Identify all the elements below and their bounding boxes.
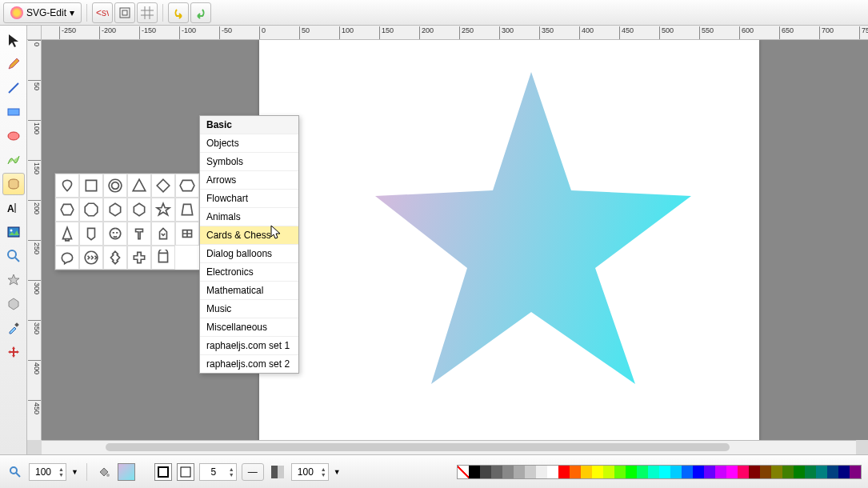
shape-menu-item[interactable]: Flowchart	[200, 190, 298, 208]
shape-cell-19[interactable]	[79, 246, 103, 270]
palette-swatch[interactable]	[558, 466, 570, 478]
palette-swatch[interactable]	[637, 466, 648, 478]
palette-swatch[interactable]	[794, 466, 805, 478]
shape-cell-8[interactable]	[103, 198, 127, 222]
app-menu-button[interactable]: SVG-Edit ▾	[3, 2, 82, 23]
palette-swatch[interactable]	[603, 466, 614, 478]
shape-cell-4[interactable]	[151, 174, 175, 198]
eyedropper-tool[interactable]	[2, 317, 25, 339]
path-tool[interactable]	[2, 149, 25, 171]
palette-swatch[interactable]	[827, 466, 838, 478]
palette-swatch-none[interactable]	[458, 466, 469, 478]
palette-swatch[interactable]	[738, 466, 749, 478]
shape-cell-1[interactable]	[79, 174, 103, 198]
spinner-arrows[interactable]: ▲▼	[57, 466, 66, 478]
opacity-input[interactable]	[292, 466, 319, 478]
opacity-dropdown-arrow[interactable]: ▼	[334, 468, 341, 476]
palette-swatch[interactable]	[480, 466, 491, 478]
palette-swatch[interactable]	[525, 466, 536, 478]
palette-swatch[interactable]	[726, 466, 738, 478]
zoom-spinner[interactable]: ▲▼	[29, 463, 66, 481]
shape-menu-item[interactable]: Arrows	[200, 171, 298, 190]
palette-swatch[interactable]	[805, 466, 816, 478]
palette-swatch[interactable]	[816, 466, 827, 478]
palette-swatch[interactable]	[502, 466, 514, 478]
shape-cell-3[interactable]	[127, 174, 151, 198]
palette-swatch[interactable]	[838, 466, 850, 478]
palette-swatch[interactable]	[570, 466, 581, 478]
edit-source-button[interactable]: <svg>	[92, 2, 113, 23]
shape-cell-11[interactable]	[175, 198, 199, 222]
shape-cell-0[interactable]	[55, 174, 79, 198]
zoom-dropdown-arrow[interactable]: ▼	[71, 468, 78, 476]
stroke-color-well[interactable]	[177, 463, 194, 481]
palette-swatch[interactable]	[771, 466, 782, 478]
palette-swatch[interactable]	[782, 466, 794, 478]
stroke-width-input[interactable]	[200, 466, 227, 478]
rect-tool[interactable]	[2, 101, 25, 123]
drawing-page[interactable]	[259, 40, 759, 440]
star-tool[interactable]	[2, 269, 25, 291]
stroke-dash-button[interactable]: —	[242, 463, 264, 481]
wireframe-button[interactable]	[114, 2, 135, 23]
palette-swatch[interactable]	[536, 466, 547, 478]
shape-menu-item[interactable]: Dialog balloons	[200, 245, 298, 263]
palette-swatch[interactable]	[760, 466, 771, 478]
palette-swatch[interactable]	[614, 466, 626, 478]
shape-menu-item[interactable]: Animals	[200, 208, 298, 226]
stroke-width-spinner[interactable]: ▲▼	[199, 463, 237, 481]
shape-cell-13[interactable]	[79, 222, 103, 246]
shape-menu-item[interactable]: Electronics	[200, 263, 298, 282]
shape-cell-16[interactable]	[151, 222, 175, 246]
shape-menu-item[interactable]: Mathematical	[200, 282, 298, 300]
zoom-icon[interactable]	[6, 463, 24, 481]
shape-menu-item[interactable]: raphaeljs.com set 2	[200, 355, 298, 373]
spinner-arrows[interactable]: ▲▼	[319, 466, 328, 478]
undo-button[interactable]	[168, 2, 189, 23]
palette-swatch[interactable]	[514, 466, 525, 478]
palette-swatch[interactable]	[469, 466, 480, 478]
star-shape[interactable]	[375, 72, 691, 384]
palette-swatch[interactable]	[704, 466, 715, 478]
shape-menu-item[interactable]: Music	[200, 300, 298, 318]
shape-cell-12[interactable]	[55, 222, 79, 246]
palette-swatch[interactable]	[715, 466, 726, 478]
shape-menu-item[interactable]: Cards & Chess	[200, 226, 298, 245]
shape-cell-17[interactable]	[175, 222, 199, 246]
palette-swatch[interactable]	[693, 466, 704, 478]
redo-button[interactable]	[190, 2, 211, 23]
scrollbar-thumb[interactable]	[106, 443, 730, 451]
palette-swatch[interactable]	[659, 466, 670, 478]
fill-color-well[interactable]	[118, 463, 135, 481]
shapelib-tool[interactable]	[2, 173, 25, 195]
palette-swatch[interactable]	[682, 466, 693, 478]
shape-cell-14[interactable]	[103, 222, 127, 246]
shape-cell-15[interactable]	[127, 222, 151, 246]
palette-swatch[interactable]	[648, 466, 659, 478]
shape-cell-5[interactable]	[175, 174, 199, 198]
shape-cell-10[interactable]	[151, 198, 175, 222]
palette-swatch[interactable]	[491, 466, 502, 478]
shape-cell-9[interactable]	[127, 198, 151, 222]
palette-swatch[interactable]	[581, 466, 592, 478]
pencil-tool[interactable]	[2, 53, 25, 75]
shape-cell-6[interactable]	[55, 198, 79, 222]
stroke-style-solid[interactable]	[154, 463, 172, 481]
opacity-spinner[interactable]: ▲▼	[291, 463, 329, 481]
shape-cell-7[interactable]	[79, 198, 103, 222]
palette-swatch[interactable]	[547, 466, 558, 478]
zoom-input[interactable]	[30, 466, 57, 478]
palette-swatch[interactable]	[670, 466, 682, 478]
spinner-arrows[interactable]: ▲▼	[227, 466, 236, 478]
shape-cell-2[interactable]	[103, 174, 127, 198]
shape-cell-20[interactable]	[103, 246, 127, 270]
shape-menu-item[interactable]: Symbols	[200, 153, 298, 171]
zoom-tool[interactable]	[2, 245, 25, 267]
select-tool[interactable]	[2, 29, 25, 51]
line-tool[interactable]	[2, 77, 25, 99]
shape-cell-22[interactable]	[151, 246, 175, 270]
shape-menu-item[interactable]: raphaeljs.com set 1	[200, 337, 298, 355]
image-tool[interactable]	[2, 221, 25, 243]
polygon-tool[interactable]	[2, 293, 25, 315]
palette-swatch[interactable]	[850, 466, 861, 478]
